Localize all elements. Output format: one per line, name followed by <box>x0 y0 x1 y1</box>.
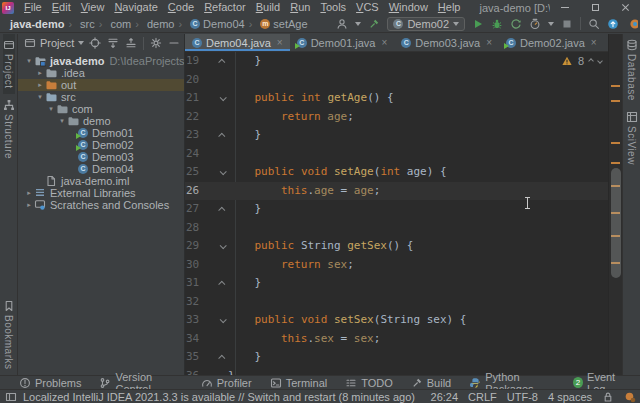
tree-chevron-right-icon[interactable]: ▸ <box>24 199 34 211</box>
stop-icon[interactable] <box>561 18 573 30</box>
tree-chevron-right-icon[interactable]: ▸ <box>35 79 45 91</box>
coverage-icon[interactable] <box>510 18 522 30</box>
menu-run[interactable]: Run <box>285 0 315 15</box>
close-icon[interactable]: × <box>277 37 283 48</box>
toolbar-item-build[interactable]: Build <box>404 376 458 390</box>
target-icon[interactable] <box>89 37 101 49</box>
code-line-30[interactable]: 30 return sex; <box>185 256 608 275</box>
code-line-34[interactable]: 34 this.sex = sex; <box>185 330 608 349</box>
previous-warning-icon[interactable] <box>588 58 594 64</box>
breadcrumb-demo04[interactable]: CDemo04 <box>176 18 246 30</box>
maximize-button[interactable] <box>580 0 610 15</box>
minimize-button[interactable] <box>550 0 580 15</box>
close-icon[interactable]: × <box>486 37 492 48</box>
edge-icon[interactable] <box>626 18 638 30</box>
warning-stripe-mark[interactable] <box>611 85 620 87</box>
tree-node-demo04[interactable]: CDemo04 <box>18 163 184 175</box>
breadcrumb-setage[interactable]: msetAge <box>247 18 310 30</box>
search-icon[interactable] <box>588 18 600 30</box>
play-icon[interactable] <box>472 18 484 30</box>
tree-chevron-right-icon[interactable]: ▸ <box>24 187 34 199</box>
tree-chevron-down-icon[interactable]: ▾ <box>35 91 45 103</box>
code-line-29[interactable]: 29 public String getSex() { <box>185 237 608 256</box>
menu-file[interactable]: File <box>19 0 47 15</box>
fold-down-icon[interactable] <box>220 94 227 101</box>
menu-navigate[interactable]: Navigate <box>109 0 162 15</box>
close-button[interactable] <box>610 0 640 15</box>
tree-chevron-right-icon[interactable]: ▸ <box>35 67 45 79</box>
breadcrumb-com[interactable]: com <box>97 18 133 30</box>
next-warning-icon[interactable] <box>597 58 603 64</box>
inspections-widget[interactable]: 8 <box>561 55 602 67</box>
code-line-25[interactable]: 25 public void setAge(int age) { <box>185 163 608 182</box>
breadcrumb-java-demo[interactable]: java-demo <box>8 18 66 30</box>
menu-refactor[interactable]: Refactor <box>199 0 251 15</box>
status-message[interactable]: Localized IntelliJ IDEA 2021.3.3 is avai… <box>23 391 415 403</box>
menu-help[interactable]: Help <box>433 0 466 15</box>
tree-node-demo01[interactable]: CDemo01 <box>18 127 184 139</box>
code-line-19[interactable]: 19 } <box>185 52 608 71</box>
tree-node--idea[interactable]: ▸.idea <box>18 67 184 79</box>
code-line-33[interactable]: 33 public void setSex(String sex) { <box>185 311 608 330</box>
breadcrumb-demo[interactable]: demo <box>133 18 176 30</box>
code-line-28[interactable]: 28 <box>185 219 608 238</box>
fold-up-icon[interactable] <box>218 354 225 361</box>
toolbar-item-profiler[interactable]: Profiler <box>194 376 259 390</box>
indent-config[interactable]: 4 spaces <box>548 391 592 403</box>
collapse-all-icon[interactable] <box>125 37 137 49</box>
warning-stripe-mark[interactable] <box>611 100 620 102</box>
fold-up-icon[interactable] <box>218 58 225 65</box>
tree-chevron-down-icon[interactable]: ▾ <box>24 55 34 67</box>
code-line-32[interactable]: 32 <box>185 293 608 312</box>
tree-chevron-down-icon[interactable]: ▾ <box>57 115 67 127</box>
fold-down-icon[interactable] <box>220 242 227 249</box>
toolbar-item-version-control[interactable]: Version Control <box>92 376 189 390</box>
code-line-22[interactable]: 22 return age; <box>185 108 608 127</box>
code-line-26[interactable]: 26 this.age = age; <box>185 182 608 201</box>
fold-up-icon[interactable] <box>218 280 225 287</box>
code-line-24[interactable]: 24 <box>185 145 608 164</box>
editor[interactable]: 19 }2021 public int getAge() {22 return … <box>185 52 608 375</box>
toolbar-item-python-packages[interactable]: Python Packages <box>462 376 569 390</box>
tree-node-out[interactable]: ▸out <box>18 79 184 91</box>
sidebar-item-database[interactable]: Database <box>626 34 638 106</box>
menu-window[interactable]: Window <box>384 0 433 15</box>
fold-up-icon[interactable] <box>218 132 225 139</box>
tree-node-com[interactable]: ▾com <box>18 103 184 115</box>
file-encoding[interactable]: UTF-8 <box>507 391 538 403</box>
code-line-23[interactable]: 23 } <box>185 126 608 145</box>
line-separator[interactable]: CRLF <box>468 391 497 403</box>
fold-up-icon[interactable] <box>218 206 225 213</box>
tree-node-java-demo-iml[interactable]: java-demo.iml <box>18 175 184 187</box>
tree-chevron-down-icon[interactable]: ▾ <box>46 103 56 115</box>
run-configuration-select[interactable]: CDemo02 <box>387 17 465 31</box>
sidebar-item-sciview[interactable]: SciView <box>626 106 638 170</box>
tab-demo03-java[interactable]: CDemo03.java× <box>394 34 499 51</box>
expand-all-icon[interactable] <box>107 37 119 49</box>
breadcrumb-src[interactable]: src <box>66 18 96 30</box>
fold-down-icon[interactable] <box>220 168 227 175</box>
menu-tools[interactable]: Tools <box>315 0 351 15</box>
toolbar-item-todo[interactable]: TODO <box>338 376 400 390</box>
minus-icon[interactable] <box>168 37 180 49</box>
tab-demo04-java[interactable]: CDemo04.java× <box>185 34 290 51</box>
tree-node-demo03[interactable]: CDemo03 <box>18 151 184 163</box>
close-icon[interactable]: × <box>591 37 597 48</box>
tree-node-demo02[interactable]: CDemo02 <box>18 139 184 151</box>
profiler-run-icon[interactable] <box>529 18 541 30</box>
code-line-21[interactable]: 21 public int getAge() { <box>185 89 608 108</box>
tree-node-src[interactable]: ▾src <box>18 91 184 103</box>
warning-stripe-mark[interactable] <box>611 142 620 144</box>
sidebar-item-bookmarks[interactable]: Bookmarks <box>3 295 15 375</box>
code-line-27[interactable]: 27 } <box>185 200 608 219</box>
menu-code[interactable]: Code <box>163 0 199 15</box>
tree-node-scratches-and-consoles[interactable]: ▸Scratches and Consoles <box>18 199 184 211</box>
menu-build[interactable]: Build <box>251 0 285 15</box>
chevron-down-icon[interactable] <box>78 41 84 45</box>
sidebar-item-structure[interactable]: Structure <box>3 94 15 164</box>
fold-down-icon[interactable] <box>220 316 227 323</box>
warning-stripe-mark[interactable] <box>611 162 620 164</box>
tree-node-demo[interactable]: ▾demo <box>18 115 184 127</box>
lock-icon[interactable] <box>602 391 614 403</box>
tab-demo02-java[interactable]: CDemo02.java× <box>499 34 604 51</box>
